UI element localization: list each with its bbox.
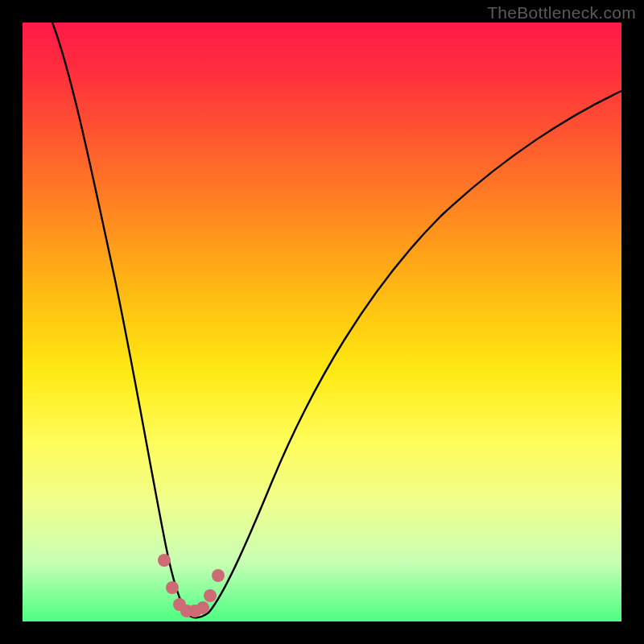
svg-point-1 bbox=[166, 581, 179, 594]
svg-point-5 bbox=[196, 601, 209, 614]
svg-point-6 bbox=[204, 589, 217, 602]
chart-svg bbox=[23, 23, 621, 621]
watermark-label: TheBottleneck.com bbox=[487, 3, 636, 23]
chart-container: TheBottleneck.com bbox=[0, 0, 644, 644]
bottleneck-curve bbox=[52, 23, 621, 617]
plot-area bbox=[23, 23, 621, 621]
marker-dots bbox=[158, 554, 225, 617]
svg-point-7 bbox=[212, 569, 225, 582]
svg-point-0 bbox=[158, 554, 171, 567]
